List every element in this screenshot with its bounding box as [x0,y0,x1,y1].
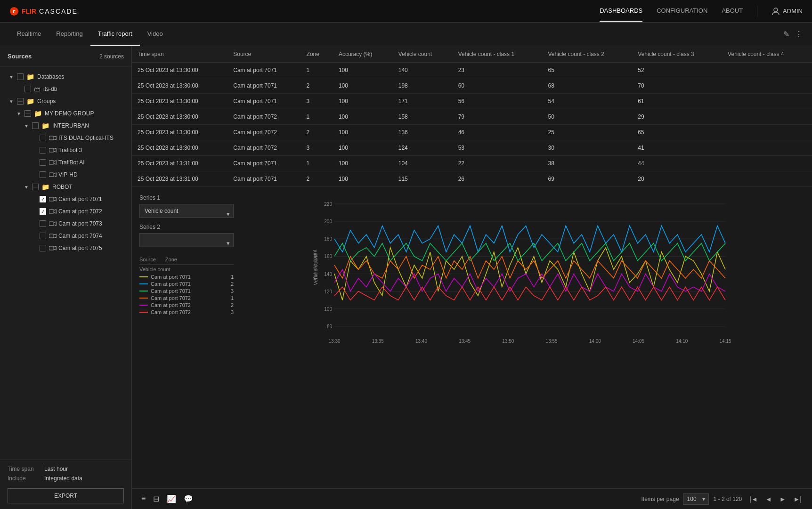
tree-item-vip-hd[interactable]: VIP-HD [0,169,131,181]
label-vip-hd: VIP-HD [58,171,78,178]
camera-icon-its-dual [49,135,57,141]
chevron-databases[interactable] [8,73,15,81]
col-vehicle-count: Vehicle count [393,46,453,63]
svg-text:14:00: 14:00 [589,339,601,344]
more-icon[interactable]: ⋮ [795,30,803,39]
checkbox-groups[interactable] [17,98,24,105]
tree-item-trafibot-ai[interactable]: TrafiBot AI [0,156,131,169]
checkbox-databases[interactable] [17,73,24,80]
svg-text:13:35: 13:35 [372,339,384,344]
svg-text:180: 180 [324,236,332,242]
page-size-select[interactable]: 100 50 25 [683,493,709,505]
tree-item-groups[interactable]: 📁 Groups [0,95,131,107]
tab-realtime[interactable]: Realtime [9,23,49,46]
tab-reporting[interactable]: Reporting [49,23,90,46]
sidebar-footer: Time span Last hour Include Integrated d… [0,460,131,509]
label-groups: Groups [37,98,56,105]
settings-icon[interactable]: ✎ [783,30,789,39]
logo-icon: F [9,7,19,16]
svg-marker-6 [54,148,56,152]
bottom-bar: ≡ ⊟ 📈 💬 Items per page 100 50 25 1 [132,488,812,509]
spacer [15,85,23,93]
user-icon [771,7,780,16]
tree-item-cam7074[interactable]: Cam at port 7074 [0,230,131,242]
table-row: 25 Oct 2023 at 13:30:00Cam at port 70712… [132,78,812,94]
logo-cascade: CASCADE [39,8,78,15]
label-interurban: INTERURBAN [52,122,89,129]
chevron-robot[interactable] [23,183,30,191]
nav-dashboards[interactable]: DASHBOARDS [600,0,642,22]
legend-item: Cam at port 70721 [139,295,234,301]
checkbox-cam7075[interactable] [40,245,46,251]
svg-text:100: 100 [324,307,332,312]
checkbox-vip-hd[interactable] [40,171,46,178]
tree-item-its-dual[interactable]: ITS DUAL Optical-ITS [0,132,131,144]
col-source: Source [227,46,300,63]
tab-traffic-report[interactable]: Traffic report [90,23,140,46]
nav-configuration[interactable]: CONFIGURATION [657,0,707,22]
admin-button[interactable]: ADMIN [771,7,803,16]
checkbox-robot[interactable] [32,184,39,190]
legend-item: Cam at port 70713 [139,288,234,294]
checkbox-cam7071[interactable] [40,196,46,202]
tree-item-its-db[interactable]: 🗃 its-db [0,83,131,95]
label-databases: Databases [37,73,64,80]
chevron-demo[interactable] [15,110,23,117]
tree-item-robot[interactable]: 📁 ROBOT [0,181,131,193]
checkbox-cam7074[interactable] [40,233,46,239]
checkbox-trafibot-ai[interactable] [40,159,46,166]
table-view-icon[interactable]: ≡ [139,493,147,505]
tree-item-demo-group[interactable]: 📁 MY DEMO GROUP [0,107,131,120]
tab-bar: Realtime Reporting Traffic report Video … [0,23,812,46]
chart-wrapper: Vehicle count 8010012014016018020022013:… [241,194,804,481]
checkbox-demo-group[interactable] [24,110,31,117]
folder-icon-robot: 📁 [41,183,49,191]
series1-select[interactable]: Vehicle count Vehicle count - class 1 Ve… [139,204,234,218]
first-page-button[interactable]: |◄ [747,493,761,505]
tree-item-cam7075[interactable]: Cam at port 7075 [0,242,131,254]
series2-select[interactable]: Vehicle count [139,233,234,247]
camera-icon-cam7071 [49,196,57,202]
camera-icon-trafibot-ai [49,160,57,165]
folder-icon-interurban: 📁 [41,122,49,129]
logo-flir: FLIR [22,8,36,15]
checkbox-cam7073[interactable] [40,220,46,227]
svg-text:200: 200 [324,219,332,224]
checkbox-its-db[interactable] [24,86,31,92]
nav-about[interactable]: ABOUT [722,0,743,22]
bubble-icon[interactable]: 💬 [182,493,195,505]
data-table: Time span Source Zone Accuracy (%) Vehic… [132,46,812,187]
svg-marker-4 [54,136,56,140]
svg-point-2 [774,8,778,12]
svg-text:14:10: 14:10 [676,339,688,344]
items-per-page-label: Items per page [641,496,679,502]
tree-item-trafibot3[interactable]: Trafibot 3 [0,144,131,156]
chart-view-icon[interactable]: 📈 [165,493,178,505]
checkbox-cam7072[interactable] [40,208,46,215]
camera-icon-cam7073 [49,221,57,226]
label-cam7075: Cam at port 7075 [58,245,102,251]
checkbox-its-dual[interactable] [40,135,46,141]
tree-item-cam7073[interactable]: Cam at port 7073 [0,218,131,230]
folder-icon: 📁 [26,73,34,81]
tree-item-cam7071[interactable]: Cam at port 7071 [0,193,131,205]
chevron-interurban[interactable] [23,122,30,129]
sources-count: 2 sources [99,53,124,60]
label-cam7074: Cam at port 7074 [58,233,102,239]
source-tree: 📁 Databases 🗃 its-db 📁 Groups 📁 [0,67,131,460]
tree-item-cam7072[interactable]: Cam at port 7072 [0,205,131,218]
checkbox-trafibot3[interactable] [40,147,46,154]
tree-item-interurban[interactable]: 📁 INTERURBAN [0,120,131,132]
legend-group-label: Vehicle count [139,267,234,272]
next-page-button[interactable]: ► [777,493,789,505]
chart-controls: Series 1 Vehicle count Vehicle count - c… [139,194,234,481]
tree-item-databases[interactable]: 📁 Databases [0,71,131,83]
tab-video[interactable]: Video [140,23,171,46]
chevron-groups[interactable] [8,97,15,105]
prev-page-button[interactable]: ◄ [763,493,775,505]
checkbox-interurban[interactable] [32,122,39,129]
col-timespan: Time span [132,46,227,63]
split-view-icon[interactable]: ⊟ [151,493,161,505]
export-button[interactable]: EXPORT [8,488,124,503]
last-page-button[interactable]: ►| [791,493,805,505]
